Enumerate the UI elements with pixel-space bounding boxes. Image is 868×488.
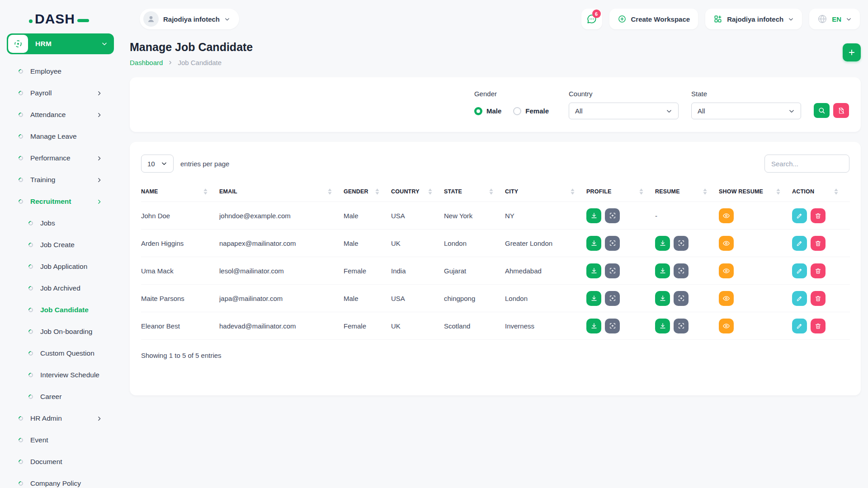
bullet-ring-icon xyxy=(28,328,34,335)
sidebar-item-company-policy[interactable]: Company Policy xyxy=(0,473,123,488)
download-resume-button[interactable] xyxy=(655,291,670,306)
download-profile-button[interactable] xyxy=(586,291,601,306)
sidebar-module-header-hrm[interactable]: HRM xyxy=(7,33,114,54)
sidebar-item-job-candidate[interactable]: Job Candidate xyxy=(0,299,123,321)
app-logo[interactable]: DASH xyxy=(29,11,89,27)
country-select[interactable]: All xyxy=(569,103,679,119)
delete-candidate-button[interactable] xyxy=(811,208,826,223)
sidebar-item-job-archived[interactable]: Job Archived xyxy=(0,277,123,299)
edit-candidate-button[interactable] xyxy=(792,208,807,223)
cell-country: USA xyxy=(391,295,405,302)
table-header-row: NAMEEMAILGENDERCOUNTRYSTATECITYPROFILERE… xyxy=(141,182,850,202)
edit-candidate-button[interactable] xyxy=(792,319,807,333)
workspace-selector[interactable]: Rajodiya infotech xyxy=(705,9,802,29)
show-resume-button[interactable] xyxy=(719,291,734,306)
sidebar-item-event[interactable]: Event xyxy=(0,429,123,451)
state-select[interactable]: All xyxy=(691,103,801,119)
sidebar-item-label: Employee xyxy=(30,67,61,75)
download-profile-button[interactable] xyxy=(586,236,601,251)
column-header-gender[interactable]: GENDER xyxy=(344,182,391,202)
filter-search-button[interactable] xyxy=(814,103,830,118)
download-resume-button[interactable] xyxy=(655,263,670,278)
sidebar-item-label: Payroll xyxy=(30,89,52,97)
show-resume-button[interactable] xyxy=(719,319,734,333)
sidebar-item-job-on-boarding[interactable]: Job On-boarding xyxy=(0,321,123,343)
table-search-input[interactable] xyxy=(764,155,849,173)
candidates-table: NAMEEMAILGENDERCOUNTRYSTATECITYPROFILERE… xyxy=(141,182,850,340)
sidebar-item-attendance[interactable]: Attendance xyxy=(0,104,123,126)
column-header-country[interactable]: COUNTRY xyxy=(391,182,444,202)
edit-candidate-button[interactable] xyxy=(792,291,807,306)
table-row: John Doejohndoe@example.comMaleUSANew Yo… xyxy=(141,202,850,230)
sidebar: HRM EmployeePayrollAttendanceManage Leav… xyxy=(0,32,123,488)
sidebar-item-job-create[interactable]: Job Create xyxy=(0,234,123,256)
delete-candidate-button[interactable] xyxy=(811,236,826,251)
messages-button[interactable]: 6 xyxy=(581,9,602,29)
column-header-resume[interactable]: RESUME xyxy=(655,182,719,202)
sidebar-item-training[interactable]: Training xyxy=(0,169,123,191)
create-workspace-button[interactable]: Create Workspace xyxy=(609,9,698,29)
cell-email: hadevad@mailinator.com xyxy=(219,322,296,330)
sidebar-item-custom-question[interactable]: Custom Question xyxy=(0,343,123,364)
add-candidate-button[interactable] xyxy=(843,43,861,61)
cell-email: napapex@mailinator.com xyxy=(219,239,296,247)
edit-candidate-button[interactable] xyxy=(792,263,807,278)
show-resume-button[interactable] xyxy=(719,236,734,251)
breadcrumb-dashboard[interactable]: Dashboard xyxy=(130,59,163,66)
sidebar-item-employee[interactable]: Employee xyxy=(0,61,123,82)
download-profile-button[interactable] xyxy=(586,263,601,278)
preview-profile-button[interactable] xyxy=(605,291,620,306)
preview-profile-button[interactable] xyxy=(605,236,620,251)
preview-resume-button[interactable] xyxy=(674,263,689,278)
column-header-name[interactable]: NAME xyxy=(141,182,219,202)
download-resume-button[interactable] xyxy=(655,236,670,251)
column-header-action[interactable]: ACTION xyxy=(792,182,850,202)
preview-resume-button[interactable] xyxy=(674,291,689,306)
sidebar-item-recruitment[interactable]: Recruitment xyxy=(0,191,123,212)
gender-female-radio[interactable]: Female xyxy=(513,107,549,115)
sidebar-item-hr-admin[interactable]: HR Admin xyxy=(0,408,123,429)
preview-profile-button[interactable] xyxy=(605,319,620,333)
preview-profile-button[interactable] xyxy=(605,208,620,223)
download-icon xyxy=(590,212,598,219)
sidebar-item-payroll[interactable]: Payroll xyxy=(0,82,123,104)
delete-candidate-button[interactable] xyxy=(811,263,826,278)
column-header-show-resume[interactable]: SHOW RESUME xyxy=(719,182,792,202)
download-profile-button[interactable] xyxy=(586,319,601,333)
sort-icon xyxy=(571,188,575,195)
preview-resume-button[interactable] xyxy=(674,236,689,251)
preview-resume-button[interactable] xyxy=(674,319,689,333)
delete-candidate-button[interactable] xyxy=(811,291,826,306)
column-header-profile[interactable]: PROFILE xyxy=(586,182,655,202)
download-resume-button[interactable] xyxy=(655,319,670,333)
sidebar-item-job-application[interactable]: Job Application xyxy=(0,256,123,277)
show-resume-button[interactable] xyxy=(719,208,734,223)
entries-per-page-select[interactable]: 10 xyxy=(141,155,174,173)
sidebar-item-manage-leave[interactable]: Manage Leave xyxy=(0,126,123,147)
company-selector[interactable]: Rajodiya infotech xyxy=(140,9,239,29)
sort-icon xyxy=(428,188,432,195)
sidebar-item-interview-schedule[interactable]: Interview Schedule xyxy=(0,364,123,386)
language-selector[interactable]: EN xyxy=(809,9,860,29)
edit-candidate-button[interactable] xyxy=(792,236,807,251)
gender-label: Gender xyxy=(474,90,549,98)
gender-female-label: Female xyxy=(525,107,549,115)
show-resume-button[interactable] xyxy=(719,263,734,278)
page-header: Manage Job Candidate Dashboard Job Candi… xyxy=(130,41,861,66)
preview-profile-button[interactable] xyxy=(605,263,620,278)
bullet-ring-icon xyxy=(28,285,34,291)
sidebar-item-label: Attendance xyxy=(30,111,66,119)
gender-male-radio[interactable]: Male xyxy=(474,107,501,115)
column-header-city[interactable]: CITY xyxy=(505,182,586,202)
column-header-state[interactable]: STATE xyxy=(444,182,505,202)
column-header-email[interactable]: EMAIL xyxy=(219,182,344,202)
filter-reset-button[interactable] xyxy=(833,103,849,118)
sidebar-item-jobs[interactable]: Jobs xyxy=(0,212,123,234)
sidebar-item-document[interactable]: Document xyxy=(0,451,123,473)
sidebar-item-career[interactable]: Career xyxy=(0,386,123,408)
download-profile-button[interactable] xyxy=(586,208,601,223)
bullet-ring-icon xyxy=(28,242,34,248)
delete-candidate-button[interactable] xyxy=(811,319,826,333)
sidebar-item-performance[interactable]: Performance xyxy=(0,147,123,169)
focus-frame-icon xyxy=(678,295,685,302)
